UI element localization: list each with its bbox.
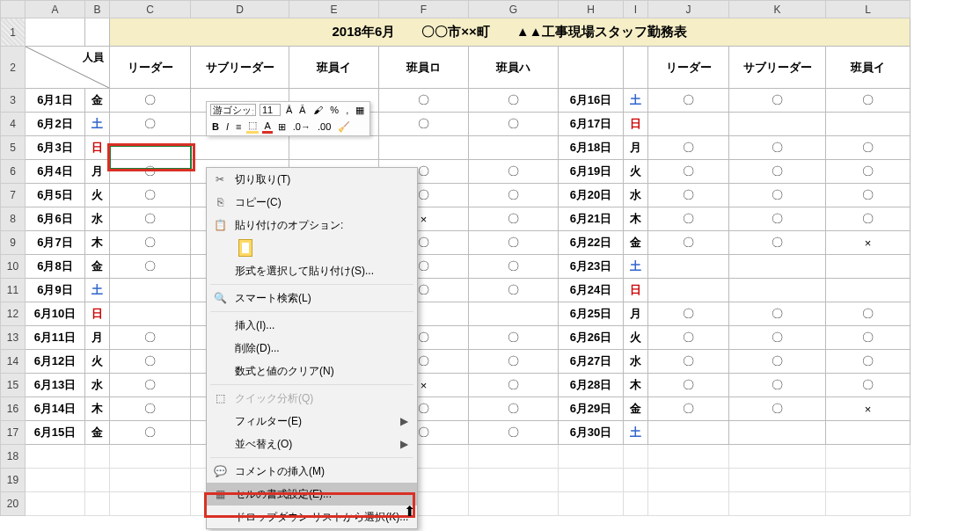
- menu-item[interactable]: ドロップダウン リストから選択(K)...: [207, 506, 417, 528]
- empty-cell[interactable]: [826, 445, 911, 469]
- date-cell[interactable]: 6月25日: [559, 302, 624, 326]
- empty-cell[interactable]: [559, 469, 624, 492]
- date-cell[interactable]: 6月11日: [26, 326, 85, 350]
- row-header[interactable]: 1: [1, 18, 26, 47]
- weekday-cell[interactable]: 火: [85, 350, 110, 374]
- header-cell[interactable]: サブリーダー: [191, 47, 289, 89]
- row-header[interactable]: 4: [1, 113, 26, 136]
- data-cell[interactable]: [469, 302, 559, 326]
- data-cell[interactable]: 〇: [469, 421, 559, 445]
- col-header-G[interactable]: G: [469, 1, 559, 18]
- data-cell[interactable]: [826, 421, 911, 445]
- weekday-cell[interactable]: 金: [85, 255, 110, 279]
- empty-cell[interactable]: [729, 445, 826, 469]
- data-cell[interactable]: 〇: [110, 184, 191, 207]
- data-cell[interactable]: [729, 421, 826, 445]
- percent-icon[interactable]: %: [328, 105, 340, 115]
- weekday-cell[interactable]: 金: [624, 231, 648, 255]
- data-cell[interactable]: 〇: [729, 184, 826, 207]
- empty-cell[interactable]: [85, 469, 110, 492]
- weekday-cell[interactable]: 木: [85, 231, 110, 255]
- date-cell[interactable]: 6月1日: [26, 89, 85, 113]
- menu-item[interactable]: 削除(D)...: [207, 337, 417, 360]
- row-header[interactable]: 10: [1, 255, 26, 279]
- data-cell[interactable]: 〇: [826, 326, 911, 350]
- menu-item[interactable]: フィルター(E)▶: [207, 410, 417, 433]
- weekday-cell[interactable]: 日: [624, 279, 648, 302]
- select-all[interactable]: [1, 1, 26, 18]
- col-header-D[interactable]: D: [191, 1, 289, 18]
- data-cell[interactable]: 〇: [826, 302, 911, 326]
- data-cell[interactable]: [110, 302, 191, 326]
- data-cell[interactable]: [729, 113, 826, 136]
- col-header-K[interactable]: K: [729, 1, 826, 18]
- data-cell[interactable]: 〇: [379, 89, 469, 113]
- data-cell[interactable]: 〇: [648, 89, 729, 113]
- date-cell[interactable]: 6月18日: [559, 136, 624, 160]
- date-cell[interactable]: 6月7日: [26, 231, 85, 255]
- empty-cell[interactable]: [469, 469, 559, 492]
- data-cell[interactable]: 〇: [648, 350, 729, 374]
- data-cell[interactable]: 〇: [110, 255, 191, 279]
- data-cell[interactable]: 〇: [648, 374, 729, 397]
- date-cell[interactable]: 6月10日: [26, 302, 85, 326]
- menu-item[interactable]: 数式と値のクリア(N): [207, 360, 417, 382]
- date-cell[interactable]: 6月27日: [559, 350, 624, 374]
- weekday-cell[interactable]: 月: [85, 160, 110, 184]
- data-cell[interactable]: [826, 255, 911, 279]
- empty-cell[interactable]: [110, 492, 191, 516]
- data-cell[interactable]: 〇: [110, 231, 191, 255]
- weekday-cell[interactable]: 木: [624, 374, 648, 397]
- date-cell[interactable]: 6月24日: [559, 279, 624, 302]
- data-cell[interactable]: 〇: [826, 374, 911, 397]
- data-cell[interactable]: 〇: [648, 302, 729, 326]
- data-cell[interactable]: [379, 136, 469, 160]
- data-cell[interactable]: 〇: [648, 136, 729, 160]
- weekday-cell[interactable]: 水: [624, 350, 648, 374]
- header-cell[interactable]: リーダー: [110, 47, 191, 89]
- col-header-I[interactable]: I: [624, 1, 648, 18]
- data-cell[interactable]: 〇: [729, 374, 826, 397]
- weekday-cell[interactable]: 火: [624, 326, 648, 350]
- data-cell[interactable]: ×: [826, 397, 911, 421]
- empty-cell[interactable]: [85, 445, 110, 469]
- header-cell[interactable]: サブリーダー: [729, 47, 826, 89]
- data-cell[interactable]: [826, 279, 911, 302]
- data-cell[interactable]: 〇: [729, 302, 826, 326]
- data-cell[interactable]: 〇: [469, 160, 559, 184]
- row-header[interactable]: 7: [1, 184, 26, 207]
- header-cell[interactable]: 班員イ: [826, 47, 911, 89]
- empty-cell[interactable]: [729, 469, 826, 492]
- row-header[interactable]: 13: [1, 326, 26, 350]
- data-cell[interactable]: 〇: [469, 184, 559, 207]
- data-cell[interactable]: 〇: [110, 113, 191, 136]
- row-header[interactable]: 6: [1, 160, 26, 184]
- data-cell[interactable]: 〇: [826, 350, 911, 374]
- empty-cell[interactable]: [26, 492, 85, 516]
- date-cell[interactable]: 6月16日: [559, 89, 624, 113]
- comma-icon[interactable]: ,: [344, 105, 350, 115]
- data-cell[interactable]: 〇: [729, 136, 826, 160]
- diagonal-header[interactable]: 人員: [26, 47, 110, 89]
- col-header-B[interactable]: B: [85, 1, 110, 18]
- data-cell[interactable]: 〇: [110, 326, 191, 350]
- weekday-cell[interactable]: 水: [85, 374, 110, 397]
- weekday-cell[interactable]: 火: [624, 160, 648, 184]
- menu-item[interactable]: 形式を選択して貼り付け(S)...: [207, 259, 417, 282]
- menu-item[interactable]: 💬コメントの挿入(M): [207, 460, 417, 483]
- date-cell[interactable]: 6月15日: [26, 421, 85, 445]
- date-cell[interactable]: 6月8日: [26, 255, 85, 279]
- empty-cell[interactable]: [729, 492, 826, 516]
- empty-cell[interactable]: [469, 492, 559, 516]
- date-cell[interactable]: 6月14日: [26, 397, 85, 421]
- header-cell[interactable]: [624, 47, 648, 89]
- header-cell[interactable]: [559, 47, 624, 89]
- date-cell[interactable]: 6月21日: [559, 207, 624, 231]
- menu-item[interactable]: 🔍スマート検索(L): [207, 287, 417, 309]
- merge-icon[interactable]: ▦: [354, 105, 366, 116]
- weekday-cell[interactable]: 土: [624, 421, 648, 445]
- weekday-cell[interactable]: 水: [624, 184, 648, 207]
- date-cell[interactable]: 6月19日: [559, 160, 624, 184]
- data-cell[interactable]: 〇: [469, 279, 559, 302]
- font-color-icon[interactable]: A: [262, 120, 272, 134]
